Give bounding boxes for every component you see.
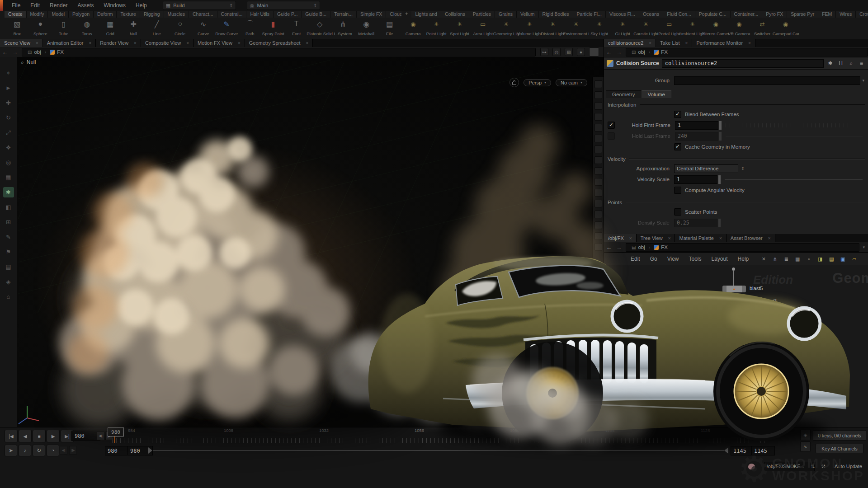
shelf-tab[interactable]: Constrai... xyxy=(217,11,247,18)
pane-tab[interactable]: Tree View × xyxy=(637,234,675,242)
viewport-strip-button[interactable] xyxy=(594,80,602,88)
shelf-tool[interactable]: ◍ Torus xyxy=(75,19,99,38)
pane-tab[interactable]: Take List × xyxy=(656,39,692,47)
close-icon[interactable]: × xyxy=(306,41,308,46)
viewport-strip-button[interactable] xyxy=(594,178,602,186)
shelf-tool[interactable]: ✎ Draw Curve xyxy=(215,19,239,38)
shelf-tab[interactable]: Rigid Bodies xyxy=(539,11,573,18)
menu-item[interactable]: File xyxy=(7,2,25,9)
shelf-tab[interactable]: FEM xyxy=(818,11,836,18)
network-canvas[interactable]: Geometry Edition ▲ blast5 not: 0-4 conve… xyxy=(604,265,868,427)
toolbar-button[interactable]: ❖ xyxy=(3,142,14,153)
shelf-tool[interactable]: ✳ Ambient Light xyxy=(681,19,704,38)
shelf-tab[interactable]: Model xyxy=(48,11,69,18)
close-icon[interactable]: × xyxy=(89,41,91,46)
pane-tab[interactable]: Geometry Spreadsheet × xyxy=(245,39,313,47)
section-interpolation[interactable]: Interpolation xyxy=(608,102,865,108)
shelf-tab[interactable]: Hair Utils xyxy=(246,11,274,18)
viewport-strip-button[interactable] xyxy=(594,221,602,229)
timeline[interactable]: 984 1008 1032 1056 1080 1104 1128 980 xyxy=(112,428,769,444)
node-attribdelete1[interactable]: ✕ xyxy=(612,407,633,413)
menu-item[interactable]: Edit xyxy=(25,2,45,9)
playback-option-button[interactable]: ♪ xyxy=(19,445,31,456)
close-icon[interactable]: × xyxy=(768,236,771,241)
viewport-strip-button[interactable] xyxy=(594,113,602,121)
shelf-tab[interactable]: Create xyxy=(5,11,27,18)
section-points[interactable]: Points xyxy=(608,200,865,205)
desktop-selector[interactable]: ▦ Build ⇕ xyxy=(163,1,236,10)
breadcrumb-fx[interactable]: FX xyxy=(650,244,671,250)
menu-item[interactable]: Edit xyxy=(626,256,645,262)
viewport-strip-button[interactable] xyxy=(594,135,602,142)
shelf-tab[interactable]: Sparse Pyr xyxy=(787,11,818,18)
shelf-tab[interactable]: Texture xyxy=(117,11,140,18)
range-start-handle[interactable] xyxy=(148,447,152,454)
shelf-tool[interactable]: ✳ Environment Light xyxy=(565,19,588,38)
updown-icon[interactable]: ⇅ xyxy=(811,464,815,469)
viewport-strip-button[interactable] xyxy=(594,102,602,110)
viewport-strip-button[interactable] xyxy=(594,189,602,197)
menu-item[interactable]: Go xyxy=(645,256,662,262)
breadcrumb-obj[interactable]: ▤obj xyxy=(628,49,649,55)
close-icon[interactable]: × xyxy=(238,41,241,46)
toolbar-button[interactable]: ✚ xyxy=(3,98,14,108)
shelf-tab[interactable]: Cloud FX xyxy=(386,11,401,18)
pane-divider[interactable] xyxy=(604,39,604,427)
shelf-tool[interactable]: ▯ Tube xyxy=(52,19,75,38)
breadcrumb[interactable]: ▤obj › FX xyxy=(626,243,859,252)
timeline-zoom[interactable]: ⌕ ▾ xyxy=(774,431,781,438)
checkbox[interactable] xyxy=(674,187,681,194)
shelf-tool[interactable]: ✳ Volume Light xyxy=(518,19,542,38)
shelf-tab[interactable]: Guide B... xyxy=(302,11,330,18)
shelf-tab[interactable]: Particle Fl... xyxy=(573,11,606,18)
back-icon[interactable]: ← xyxy=(0,49,10,56)
shelf-tab[interactable]: Grains xyxy=(495,11,517,18)
shelf-tool[interactable]: ✳ Sky Light xyxy=(588,19,611,38)
toolbar-button[interactable]: ⌂ xyxy=(3,291,14,302)
shelf-tool[interactable]: ╱ Line xyxy=(145,19,169,38)
global-end-field[interactable]: 1145 xyxy=(751,446,775,455)
toolbar-button[interactable]: ▤ xyxy=(3,262,14,272)
shelf-tab[interactable]: Vellum xyxy=(517,11,539,18)
shelf-tab[interactable]: Oceans xyxy=(639,11,663,18)
forward-icon[interactable]: → xyxy=(614,244,624,251)
shelf-tab[interactable]: Pyro FX xyxy=(762,11,787,18)
shelf-tool[interactable]: ▧ Box xyxy=(5,19,29,38)
shelf-tool[interactable]: ▭ Portal Light xyxy=(658,19,681,38)
menu-item[interactable]: View xyxy=(662,256,684,262)
tab-volume[interactable]: Volume xyxy=(642,90,671,98)
help-icon[interactable]: H xyxy=(837,60,844,67)
close-icon[interactable]: × xyxy=(748,41,751,46)
shelf-tab[interactable]: Particles xyxy=(469,11,495,18)
shelf-tool[interactable]: ◉ VR Camera xyxy=(727,19,751,38)
menu-item[interactable]: Render xyxy=(45,2,72,9)
color-swatch[interactable] xyxy=(589,47,599,56)
shelf-tool[interactable]: ◇ Platonic Solids xyxy=(308,19,332,38)
close-icon[interactable]: × xyxy=(36,41,38,46)
search-icon[interactable]: ⌕ xyxy=(847,60,855,67)
shelf-tool[interactable]: ● Sphere xyxy=(29,19,52,38)
menu-item[interactable]: Assets xyxy=(72,2,99,9)
gear-menu-icon[interactable]: ✱ xyxy=(826,60,834,67)
shelf-tab[interactable]: Terrain... xyxy=(330,11,357,18)
close-icon[interactable]: × xyxy=(134,41,137,46)
checkbox[interactable]: ✓ xyxy=(674,111,681,118)
shelf-add-button[interactable]: + xyxy=(401,11,411,18)
shelf-tab[interactable]: Lights and xyxy=(411,11,441,18)
playback-option-button[interactable]: ↻ xyxy=(33,445,45,456)
pane-tab[interactable]: Material Palette × xyxy=(675,234,726,242)
section-velocity[interactable]: Velocity xyxy=(608,156,865,162)
shading-mode-icon[interactable]: ● xyxy=(577,48,585,56)
shelf-tab[interactable]: Charact... xyxy=(189,11,217,18)
breadcrumb[interactable]: ▤obj › FX xyxy=(626,48,868,56)
close-icon[interactable]: × xyxy=(719,236,722,241)
tab-geometry[interactable]: Geometry xyxy=(606,90,642,98)
shelf-tool[interactable]: ▤ File xyxy=(378,19,401,38)
step-back-button[interactable]: ◀| xyxy=(97,432,104,440)
viewport-strip-button[interactable] xyxy=(594,200,602,207)
wrench-icon[interactable]: ⚒ xyxy=(819,462,827,470)
slider-track[interactable] xyxy=(725,179,863,180)
shelf-tool[interactable]: ∿ Curve xyxy=(192,19,215,38)
keys-info[interactable]: 0 keys, 0/0 channels xyxy=(813,430,866,441)
shelf-tab[interactable]: Deform xyxy=(94,11,117,18)
